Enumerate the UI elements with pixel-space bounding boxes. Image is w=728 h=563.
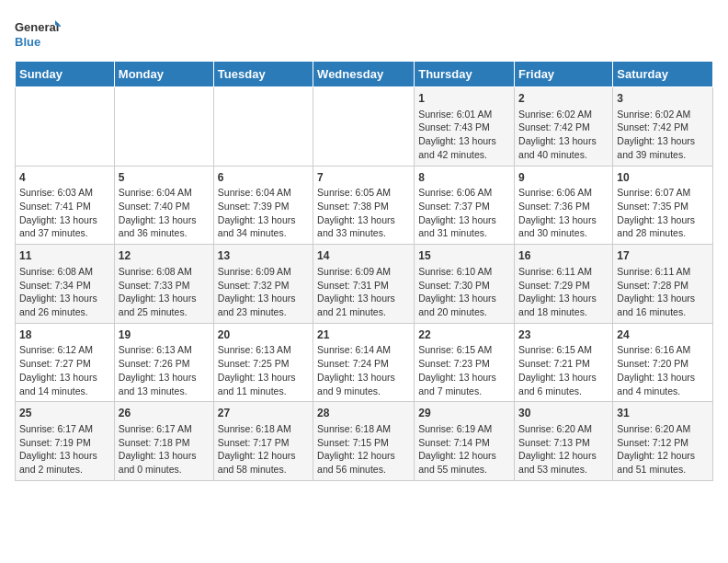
day-number: 21	[317, 327, 410, 343]
calendar-cell: 13Sunrise: 6:09 AMSunset: 7:32 PMDayligh…	[213, 245, 313, 324]
calendar-cell: 6Sunrise: 6:04 AMSunset: 7:39 PMDaylight…	[213, 166, 313, 245]
day-info: Sunrise: 6:17 AMSunset: 7:19 PMDaylight:…	[19, 422, 110, 477]
logo-icon: General Blue	[15, 15, 61, 52]
calendar-cell: 10Sunrise: 6:07 AMSunset: 7:35 PMDayligh…	[613, 166, 713, 245]
day-number: 20	[218, 327, 309, 343]
calendar-cell: 27Sunrise: 6:18 AMSunset: 7:17 PMDayligh…	[213, 402, 313, 481]
header-day-tuesday: Tuesday	[213, 62, 313, 87]
week-row-3: 11Sunrise: 6:08 AMSunset: 7:34 PMDayligh…	[16, 245, 713, 324]
calendar-cell	[114, 87, 213, 167]
calendar-cell: 23Sunrise: 6:15 AMSunset: 7:21 PMDayligh…	[515, 323, 613, 402]
day-info: Sunrise: 6:18 AMSunset: 7:15 PMDaylight:…	[317, 422, 410, 477]
calendar-cell: 24Sunrise: 6:16 AMSunset: 7:20 PMDayligh…	[613, 323, 713, 402]
day-number: 11	[19, 248, 110, 264]
day-info: Sunrise: 6:15 AMSunset: 7:21 PMDaylight:…	[518, 343, 609, 397]
day-info: Sunrise: 6:09 AMSunset: 7:32 PMDaylight:…	[218, 265, 309, 319]
day-number: 12	[119, 248, 210, 264]
day-info: Sunrise: 6:18 AMSunset: 7:17 PMDaylight:…	[218, 422, 309, 477]
calendar-cell: 30Sunrise: 6:20 AMSunset: 7:13 PMDayligh…	[515, 402, 613, 481]
day-info: Sunrise: 6:13 AMSunset: 7:26 PMDaylight:…	[119, 343, 210, 397]
calendar-cell: 16Sunrise: 6:11 AMSunset: 7:29 PMDayligh…	[515, 245, 613, 324]
calendar-cell: 15Sunrise: 6:10 AMSunset: 7:30 PMDayligh…	[415, 245, 515, 324]
day-number: 28	[317, 406, 410, 421]
calendar-cell: 3Sunrise: 6:02 AMSunset: 7:42 PMDaylight…	[613, 87, 713, 167]
day-info: Sunrise: 6:09 AMSunset: 7:31 PMDaylight:…	[317, 265, 410, 319]
header-day-friday: Friday	[515, 62, 613, 87]
day-info: Sunrise: 6:19 AMSunset: 7:14 PMDaylight:…	[418, 422, 510, 477]
day-info: Sunrise: 6:08 AMSunset: 7:33 PMDaylight:…	[119, 265, 210, 319]
day-info: Sunrise: 6:20 AMSunset: 7:13 PMDaylight:…	[518, 422, 609, 477]
day-number: 5	[119, 170, 210, 186]
calendar-cell: 5Sunrise: 6:04 AMSunset: 7:40 PMDaylight…	[114, 166, 213, 245]
calendar-cell: 18Sunrise: 6:12 AMSunset: 7:27 PMDayligh…	[16, 323, 115, 402]
calendar-cell	[16, 87, 115, 167]
day-number: 13	[218, 248, 309, 264]
day-number: 4	[19, 170, 110, 186]
calendar-cell: 9Sunrise: 6:06 AMSunset: 7:36 PMDaylight…	[515, 166, 613, 245]
day-number: 3	[617, 91, 709, 107]
day-number: 25	[19, 406, 110, 421]
calendar-table: SundayMondayTuesdayWednesdayThursdayFrid…	[15, 61, 713, 481]
day-number: 27	[218, 406, 309, 421]
day-info: Sunrise: 6:10 AMSunset: 7:30 PMDaylight:…	[418, 265, 510, 319]
day-number: 30	[518, 406, 609, 421]
day-number: 8	[418, 170, 510, 186]
calendar-cell: 12Sunrise: 6:08 AMSunset: 7:33 PMDayligh…	[114, 245, 213, 324]
day-info: Sunrise: 6:20 AMSunset: 7:12 PMDaylight:…	[617, 422, 709, 477]
day-number: 31	[617, 406, 709, 421]
day-number: 14	[317, 248, 410, 264]
day-info: Sunrise: 6:14 AMSunset: 7:24 PMDaylight:…	[317, 343, 410, 397]
week-row-2: 4Sunrise: 6:03 AMSunset: 7:41 PMDaylight…	[16, 166, 713, 245]
day-info: Sunrise: 6:08 AMSunset: 7:34 PMDaylight:…	[19, 265, 110, 319]
day-info: Sunrise: 6:06 AMSunset: 7:37 PMDaylight:…	[418, 186, 510, 240]
day-info: Sunrise: 6:06 AMSunset: 7:36 PMDaylight:…	[518, 186, 609, 240]
calendar-cell: 26Sunrise: 6:17 AMSunset: 7:18 PMDayligh…	[114, 402, 213, 481]
calendar-cell: 29Sunrise: 6:19 AMSunset: 7:14 PMDayligh…	[415, 402, 515, 481]
day-info: Sunrise: 6:11 AMSunset: 7:29 PMDaylight:…	[518, 265, 609, 319]
day-number: 22	[418, 327, 510, 343]
day-info: Sunrise: 6:04 AMSunset: 7:40 PMDaylight:…	[119, 186, 210, 240]
svg-text:Blue: Blue	[15, 35, 40, 49]
day-number: 18	[19, 327, 110, 343]
day-number: 15	[418, 248, 510, 264]
header-day-wednesday: Wednesday	[313, 62, 415, 87]
day-info: Sunrise: 6:07 AMSunset: 7:35 PMDaylight:…	[617, 186, 709, 240]
day-info: Sunrise: 6:03 AMSunset: 7:41 PMDaylight:…	[19, 186, 110, 240]
calendar-cell: 4Sunrise: 6:03 AMSunset: 7:41 PMDaylight…	[16, 166, 115, 245]
week-row-1: 1Sunrise: 6:01 AMSunset: 7:43 PMDaylight…	[16, 87, 713, 167]
calendar-cell: 25Sunrise: 6:17 AMSunset: 7:19 PMDayligh…	[16, 402, 115, 481]
header-day-thursday: Thursday	[415, 62, 515, 87]
day-number: 24	[617, 327, 709, 343]
calendar-cell: 28Sunrise: 6:18 AMSunset: 7:15 PMDayligh…	[313, 402, 415, 481]
week-row-4: 18Sunrise: 6:12 AMSunset: 7:27 PMDayligh…	[16, 323, 713, 402]
calendar-cell: 1Sunrise: 6:01 AMSunset: 7:43 PMDaylight…	[415, 87, 515, 167]
day-number: 26	[119, 406, 210, 421]
calendar-cell: 19Sunrise: 6:13 AMSunset: 7:26 PMDayligh…	[114, 323, 213, 402]
header-day-saturday: Saturday	[613, 62, 713, 87]
day-number: 6	[218, 170, 309, 186]
day-number: 9	[518, 170, 609, 186]
day-info: Sunrise: 6:04 AMSunset: 7:39 PMDaylight:…	[218, 186, 309, 240]
calendar-cell: 7Sunrise: 6:05 AMSunset: 7:38 PMDaylight…	[313, 166, 415, 245]
page-header: General Blue	[15, 15, 713, 52]
header-day-sunday: Sunday	[16, 62, 115, 87]
day-number: 1	[418, 91, 510, 107]
svg-text:General: General	[15, 20, 59, 34]
calendar-cell: 31Sunrise: 6:20 AMSunset: 7:12 PMDayligh…	[613, 402, 713, 481]
calendar-cell: 20Sunrise: 6:13 AMSunset: 7:25 PMDayligh…	[213, 323, 313, 402]
header-row: SundayMondayTuesdayWednesdayThursdayFrid…	[16, 62, 713, 87]
day-info: Sunrise: 6:05 AMSunset: 7:38 PMDaylight:…	[317, 186, 410, 240]
day-info: Sunrise: 6:15 AMSunset: 7:23 PMDaylight:…	[418, 343, 510, 397]
calendar-cell: 21Sunrise: 6:14 AMSunset: 7:24 PMDayligh…	[313, 323, 415, 402]
header-day-monday: Monday	[114, 62, 213, 87]
calendar-cell: 17Sunrise: 6:11 AMSunset: 7:28 PMDayligh…	[613, 245, 713, 324]
day-number: 19	[119, 327, 210, 343]
calendar-cell	[313, 87, 415, 167]
day-number: 29	[418, 406, 510, 421]
calendar-cell: 11Sunrise: 6:08 AMSunset: 7:34 PMDayligh…	[16, 245, 115, 324]
calendar-cell: 8Sunrise: 6:06 AMSunset: 7:37 PMDaylight…	[415, 166, 515, 245]
day-info: Sunrise: 6:01 AMSunset: 7:43 PMDaylight:…	[418, 108, 510, 162]
day-info: Sunrise: 6:02 AMSunset: 7:42 PMDaylight:…	[518, 108, 609, 162]
day-info: Sunrise: 6:17 AMSunset: 7:18 PMDaylight:…	[119, 422, 210, 477]
day-info: Sunrise: 6:12 AMSunset: 7:27 PMDaylight:…	[19, 343, 110, 397]
